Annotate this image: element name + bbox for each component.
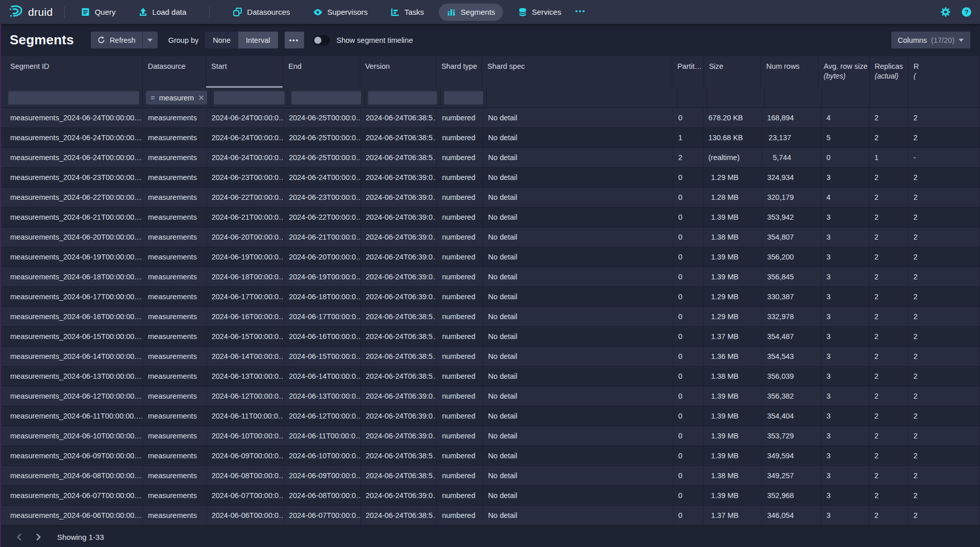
- filter-input-segment-id[interactable]: [8, 91, 139, 105]
- cell-replicas: 2: [869, 267, 909, 286]
- datasource-filter-chip[interactable]: =measurem✕: [146, 91, 207, 105]
- table-row[interactable]: measurements_2024-06-08T00:00:00.…measur…: [0, 466, 980, 486]
- nav-item-query[interactable]: Query: [73, 4, 123, 21]
- filter-input-start[interactable]: [214, 91, 284, 105]
- filter-input-end[interactable]: [291, 91, 361, 105]
- table-row[interactable]: measurements_2024-06-10T00:00:00.…measur…: [0, 426, 980, 446]
- column-header-size[interactable]: Size: [704, 56, 761, 88]
- next-page-button[interactable]: [31, 529, 46, 544]
- druid-logo[interactable]: druid: [8, 4, 53, 21]
- column-label: End: [288, 62, 301, 70]
- nav-more-button[interactable]: [569, 6, 591, 18]
- table-row[interactable]: measurements_2024-06-07T00:00:00.…measur…: [0, 486, 980, 506]
- settings-gear-button[interactable]: [940, 7, 951, 17]
- refresh-dropdown-caret[interactable]: [142, 32, 158, 48]
- cell-replicas: 1: [869, 148, 909, 167]
- toggle-knob: [314, 37, 321, 44]
- cell-shard-spec: No detail: [483, 307, 673, 326]
- columns-button[interactable]: Columns (17/20): [891, 32, 970, 48]
- group-by-interval-button[interactable]: Interval: [238, 32, 278, 48]
- cell-replication-factor: 2: [909, 287, 980, 306]
- table-row[interactable]: measurements_2024-06-18T00:00:00.…measur…: [0, 267, 980, 287]
- cell-segment-id: measurements_2024-06-18T00:00:00.…: [5, 267, 143, 286]
- cell-datasource: measurements: [143, 207, 207, 227]
- nav-item-segments[interactable]: Segments: [439, 4, 503, 21]
- segments-icon: [446, 7, 456, 17]
- column-header-end[interactable]: End: [283, 56, 360, 88]
- cell-shard-type: numbered: [437, 466, 483, 485]
- table-row[interactable]: measurements_2024-06-17T00:00:00.…measur…: [0, 287, 980, 307]
- table-row[interactable]: measurements_2024-06-23T00:00:00.…measur…: [0, 168, 980, 188]
- cell-version: 2024-06-24T06:39:0…: [361, 486, 437, 505]
- column-header-datasource[interactable]: Datasource: [143, 56, 206, 88]
- table-row[interactable]: measurements_2024-06-24T00:00:00.…measur…: [0, 108, 980, 128]
- show-segment-timeline-toggle[interactable]: [313, 35, 330, 45]
- cell-end: 2024-06-10T00:00:0…: [284, 446, 361, 465]
- cell-avg-row-size: 5: [821, 128, 869, 147]
- column-header-num-rows[interactable]: Num rows: [761, 56, 818, 88]
- help-button[interactable]: ?: [961, 7, 972, 17]
- cell-shard-type: numbered: [437, 506, 483, 525]
- filter-input-version[interactable]: [368, 91, 437, 105]
- column-header-start[interactable]: Start: [206, 56, 283, 88]
- table-row[interactable]: measurements_2024-06-13T00:00:00.…measur…: [0, 367, 980, 386]
- column-header-shard-spec[interactable]: Shard spec: [482, 56, 672, 88]
- cell-replication-factor: 2: [909, 307, 980, 326]
- cell-replication-factor: 2: [909, 446, 980, 465]
- column-label: Shard spec: [487, 62, 524, 70]
- table-row[interactable]: measurements_2024-06-14T00:00:00.…measur…: [0, 347, 980, 367]
- nav-item-supervisors[interactable]: Supervisors: [305, 4, 375, 21]
- cell-shard-spec: No detail: [483, 148, 673, 167]
- toolbar-more-button[interactable]: •••: [285, 32, 304, 48]
- cell-num-rows: 356,039: [762, 367, 821, 386]
- column-header-avg-row-size[interactable]: Avg. row size(bytes): [819, 56, 870, 88]
- table-row[interactable]: measurements_2024-06-19T00:00:00.…measur…: [0, 247, 980, 267]
- group-by-none-button[interactable]: None: [205, 32, 238, 48]
- cell-replicas: 2: [869, 108, 909, 127]
- column-header-version[interactable]: Version: [360, 56, 436, 88]
- table-row[interactable]: measurements_2024-06-20T00:00:00.…measur…: [0, 227, 980, 247]
- cell-segment-id: measurements_2024-06-12T00:00:00.…: [5, 386, 143, 406]
- table-row[interactable]: measurements_2024-06-06T00:00:00.…measur…: [0, 506, 980, 526]
- group-by-segmented-control: None Interval: [205, 32, 278, 48]
- refresh-button[interactable]: Refresh: [91, 32, 142, 48]
- cell-num-rows: 5,744: [762, 148, 821, 167]
- cell-end: 2024-06-22T00:00:0…: [284, 207, 361, 227]
- cell-size: 1.38 MB: [703, 367, 762, 386]
- cell-avg-row-size: 3: [821, 347, 869, 366]
- table-row[interactable]: measurements_2024-06-24T00:00:00.…measur…: [0, 148, 980, 168]
- cell-avg-row-size: 3: [821, 466, 869, 485]
- remove-filter-icon[interactable]: ✕: [198, 93, 205, 102]
- column-header-replicas[interactable]: Replicas(actual): [870, 56, 909, 88]
- column-header-partition[interactable]: Partit…: [672, 56, 704, 88]
- cell-shard-type: numbered: [437, 307, 483, 326]
- table-row[interactable]: measurements_2024-06-09T00:00:00.…measur…: [0, 446, 980, 466]
- column-sublabel: (bytes): [824, 72, 865, 80]
- table-row[interactable]: measurements_2024-06-11T00:00:00.…measur…: [0, 406, 980, 426]
- previous-page-button[interactable]: [11, 529, 27, 544]
- table-row[interactable]: measurements_2024-06-24T00:00:00.…measur…: [0, 128, 980, 148]
- column-header-segment-id[interactable]: Segment ID: [5, 56, 143, 88]
- cell-shard-spec: No detail: [483, 188, 673, 207]
- cell-version: 2024-06-24T06:39:0…: [361, 426, 437, 446]
- filter-input-shard-type[interactable]: [444, 91, 483, 105]
- cell-segment-id: measurements_2024-06-15T00:00:00.…: [5, 327, 143, 346]
- filter-cell-replicas: [870, 88, 909, 108]
- column-header-shard-type[interactable]: Shard type: [436, 56, 482, 88]
- cell-size: 1.39 MB: [703, 247, 762, 267]
- cell-shard-spec: No detail: [483, 287, 673, 306]
- table-row[interactable]: measurements_2024-06-22T00:00:00.…measur…: [0, 188, 980, 207]
- nav-item-datasources[interactable]: Datasources: [225, 4, 297, 21]
- table-row[interactable]: measurements_2024-06-16T00:00:00.…measur…: [0, 307, 980, 327]
- nav-item-tasks[interactable]: Tasks: [383, 4, 432, 21]
- column-header-replication-factor[interactable]: R(: [909, 56, 980, 88]
- cell-avg-row-size: 3: [821, 506, 869, 525]
- table-row[interactable]: measurements_2024-06-12T00:00:00.…measur…: [0, 386, 980, 406]
- table-row[interactable]: measurements_2024-06-21T00:00:00.…measur…: [0, 207, 980, 227]
- table-row[interactable]: measurements_2024-06-15T00:00:00.…measur…: [0, 327, 980, 347]
- nav-item-services[interactable]: Services: [510, 4, 569, 21]
- cell-datasource: measurements: [143, 188, 207, 207]
- cell-replicas: 2: [869, 188, 909, 207]
- cell-partition: 0: [673, 466, 703, 485]
- nav-item-load-data[interactable]: Load data: [131, 4, 194, 21]
